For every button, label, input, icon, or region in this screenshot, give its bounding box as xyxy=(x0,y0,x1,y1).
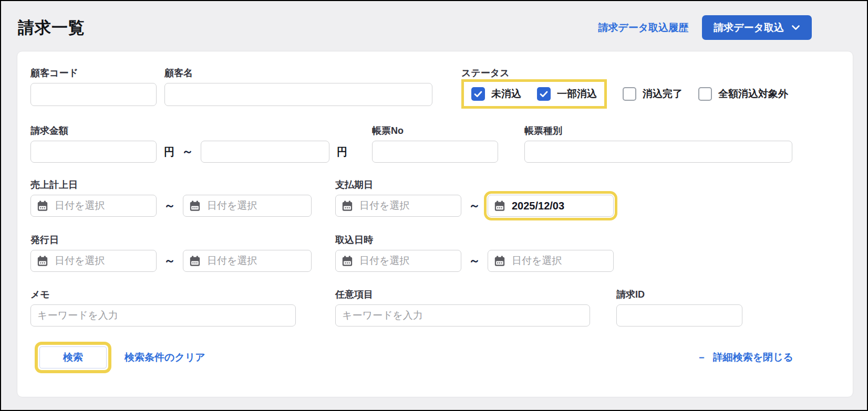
range-tilde: ～ xyxy=(164,198,175,214)
range-tilde: ～ xyxy=(469,198,480,214)
import-datetime-from-picker[interactable]: 日付を選択 xyxy=(335,250,461,272)
header-actions: 請求データ取込履歴 請求データ取込 xyxy=(598,15,812,40)
calendar-icon xyxy=(189,200,201,212)
annotation-highlight-status: 未消込 一部消込 xyxy=(461,79,607,109)
checkbox-unchecked-icon[interactable] xyxy=(698,87,712,101)
yen-unit: 円 xyxy=(164,145,174,159)
customer-name-field: 顧客名 xyxy=(164,67,432,106)
invoice-amount-range: 円 ～ 円 xyxy=(30,141,347,163)
form-type-field: 帳票種別 xyxy=(524,125,792,163)
customer-code-label: 顧客コード xyxy=(30,67,157,79)
issue-date-field: 発行日 日付を選択 ～ 日付を選択 xyxy=(30,234,312,272)
date-placeholder: 日付を選択 xyxy=(512,254,562,268)
calendar-icon xyxy=(342,200,353,212)
range-tilde: ～ xyxy=(182,144,193,160)
status-checkbox-applied-complete[interactable]: 消込完了 xyxy=(623,87,683,101)
sales-date-to-picker[interactable]: 日付を選択 xyxy=(183,195,312,217)
page-title: 請求一覧 xyxy=(18,17,85,39)
customer-name-input[interactable] xyxy=(164,83,432,106)
invoice-amount-to-input[interactable] xyxy=(201,141,329,163)
sales-date-field: 売上計上日 日付を選択 ～ 日付を選択 xyxy=(30,179,312,217)
date-placeholder: 日付を選択 xyxy=(55,199,105,213)
minus-icon: － xyxy=(697,351,707,364)
invoice-amount-field: 請求金額 円 ～ 円 xyxy=(30,125,347,163)
issue-date-to-picker[interactable]: 日付を選択 xyxy=(183,250,312,272)
status-checkbox-unapplied[interactable]: 未消込 xyxy=(471,87,521,101)
date-placeholder: 日付を選択 xyxy=(55,254,105,268)
import-datetime-field: 取込日時 日付を選択 ～ 日付を選択 xyxy=(335,234,614,272)
form-type-input[interactable] xyxy=(524,141,792,163)
clear-search-conditions-link[interactable]: 検索条件のクリア xyxy=(125,351,205,364)
issue-date-from-picker[interactable]: 日付を選択 xyxy=(30,250,157,272)
status-field: ステータス 未消込 一部消込 xyxy=(461,67,788,105)
date-placeholder: 日付を選択 xyxy=(359,254,409,268)
import-data-button[interactable]: 請求データ取込 xyxy=(702,15,812,40)
status-checkbox-excluded[interactable]: 全額消込対象外 xyxy=(698,87,788,101)
calendar-icon xyxy=(494,255,505,267)
invoice-id-field: 請求ID xyxy=(616,289,742,326)
sales-date-range: 日付を選択 ～ 日付を選択 xyxy=(30,195,312,217)
memo-field: メモ xyxy=(30,289,296,326)
import-datetime-label: 取込日時 xyxy=(335,234,614,246)
calendar-icon xyxy=(342,255,353,267)
calendar-icon xyxy=(189,255,201,267)
import-datetime-to-picker[interactable]: 日付を選択 xyxy=(488,250,614,272)
payment-due-to-picker[interactable]: 2025/12/03 xyxy=(488,195,614,217)
range-tilde: ～ xyxy=(469,253,480,269)
invoice-id-input[interactable] xyxy=(616,304,742,326)
payment-due-field: 支払期日 日付を選択 ～ 2025/12/03 xyxy=(335,179,614,217)
close-detail-search-link[interactable]: － 詳細検索を閉じる xyxy=(697,351,793,364)
checkbox-unchecked-icon[interactable] xyxy=(623,87,636,101)
calendar-icon xyxy=(37,255,48,267)
payment-due-from-picker[interactable]: 日付を選択 xyxy=(335,195,461,217)
sales-date-from-picker[interactable]: 日付を選択 xyxy=(30,195,157,217)
page-header: 請求一覧 請求データ取込履歴 請求データ取込 xyxy=(1,1,867,51)
status-option-label: 消込完了 xyxy=(643,87,683,101)
range-tilde: ～ xyxy=(164,253,175,269)
close-detail-search-label: 詳細検索を閉じる xyxy=(713,351,793,364)
form-type-label: 帳票種別 xyxy=(524,125,792,136)
calendar-icon xyxy=(37,200,48,212)
status-checkbox-row: 未消込 一部消込 消込完了 全額消込対象外 xyxy=(461,83,788,105)
yen-unit: 円 xyxy=(337,145,347,159)
invoice-id-label: 請求ID xyxy=(616,289,742,300)
status-option-label: 未消込 xyxy=(491,87,521,101)
date-placeholder: 日付を選択 xyxy=(359,199,409,213)
search-actions-row: 検索 検索条件のクリア － 詳細検索を閉じる xyxy=(30,346,841,368)
memo-label: メモ xyxy=(30,289,296,300)
invoice-amount-from-input[interactable] xyxy=(30,141,157,163)
sales-date-label: 売上計上日 xyxy=(30,179,312,191)
form-no-label: 帳票No xyxy=(372,125,498,136)
status-checkbox-partially-applied[interactable]: 一部消込 xyxy=(537,87,597,101)
optional-item-label: 任意項目 xyxy=(335,289,590,300)
import-history-link[interactable]: 請求データ取込履歴 xyxy=(598,21,688,35)
customer-name-label: 顧客名 xyxy=(164,67,432,79)
calendar-icon xyxy=(494,200,505,212)
date-placeholder: 日付を選択 xyxy=(207,199,257,213)
status-option-label: 一部消込 xyxy=(557,87,597,101)
issue-date-label: 発行日 xyxy=(30,234,312,246)
payment-due-label: 支払期日 xyxy=(335,179,614,191)
optional-item-field: 任意項目 xyxy=(335,289,590,326)
form-no-input[interactable] xyxy=(372,141,498,163)
status-option-label: 全額消込対象外 xyxy=(718,87,788,101)
memo-input[interactable] xyxy=(30,304,296,326)
optional-item-input[interactable] xyxy=(335,304,590,326)
status-label: ステータス xyxy=(461,67,788,79)
customer-code-field: 顧客コード xyxy=(30,67,157,106)
issue-date-range: 日付を選択 ～ 日付を選択 xyxy=(30,250,312,272)
date-placeholder: 日付を選択 xyxy=(207,254,257,268)
customer-code-input[interactable] xyxy=(30,83,157,106)
chevron-down-icon xyxy=(791,25,800,30)
search-button[interactable]: 検索 xyxy=(39,346,107,368)
import-datetime-range: 日付を選択 ～ 日付を選択 xyxy=(335,250,614,272)
checkbox-checked-icon[interactable] xyxy=(537,87,551,101)
search-panel: 顧客コード 顧客名 ステータス 未消込 xyxy=(17,51,853,397)
import-data-button-label: 請求データ取込 xyxy=(714,21,784,35)
payment-due-range: 日付を選択 ～ 2025/12/03 xyxy=(335,195,614,217)
invoice-amount-label: 請求金額 xyxy=(30,125,347,136)
form-no-field: 帳票No xyxy=(372,125,498,163)
invoice-list-screen: 請求一覧 請求データ取込履歴 請求データ取込 顧客コード 顧客名 ステータス xyxy=(0,0,868,411)
payment-due-to-value: 2025/12/03 xyxy=(512,200,564,212)
checkbox-checked-icon[interactable] xyxy=(471,87,485,101)
